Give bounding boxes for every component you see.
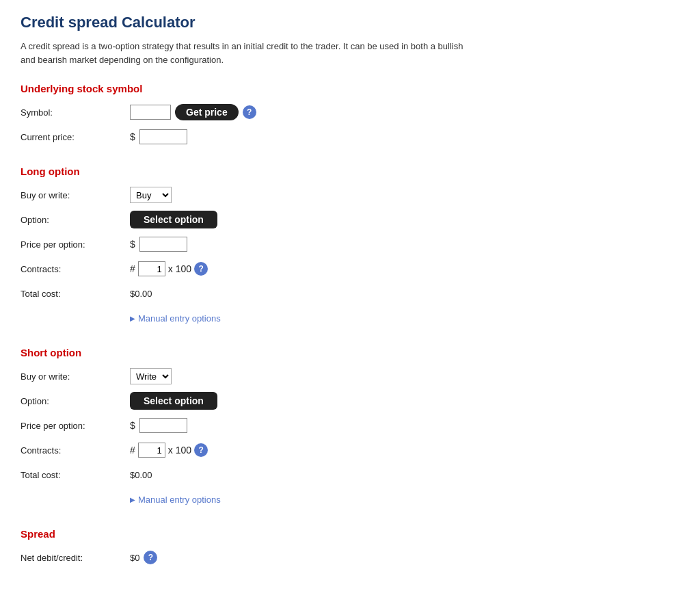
short-option-label: Option: <box>21 396 130 406</box>
long-contracts-help-icon[interactable]: ? <box>194 262 208 276</box>
short-option-section: Short option Buy or write: Buy Write Opt… <box>21 347 679 509</box>
symbol-value-group: Get price ? <box>130 104 256 120</box>
short-manual-entry-link[interactable]: Manual entry options <box>130 495 221 505</box>
short-price-label: Price per option: <box>21 421 130 431</box>
long-contracts-label: Contracts: <box>21 264 130 274</box>
symbol-input[interactable] <box>130 105 171 120</box>
long-manual-entry-link[interactable]: Manual entry options <box>130 313 221 324</box>
long-price-input[interactable] <box>139 237 187 252</box>
long-select-option-button[interactable]: Select option <box>130 211 217 228</box>
short-contracts-row: Contracts: # x 100 ? <box>21 441 679 460</box>
symbol-row: Symbol: Get price ? <box>21 103 679 122</box>
long-buy-write-row: Buy or write: Buy Write <box>21 185 679 205</box>
short-price-row: Price per option: $ <box>21 416 679 435</box>
short-total-cost-label: Total cost: <box>21 470 130 480</box>
page-title: Credit spread Calculator <box>21 14 679 31</box>
current-price-prefix: $ <box>130 131 135 142</box>
get-price-help-icon[interactable]: ? <box>243 105 256 119</box>
current-price-input[interactable] <box>139 129 187 144</box>
long-total-cost-row: Total cost: $0.00 <box>21 284 679 303</box>
short-price-input[interactable] <box>139 418 187 433</box>
spread-section: Spread Net debit/credit: $0 ? <box>21 528 679 567</box>
underlying-section-title: Underlying stock symbol <box>21 83 679 94</box>
long-contracts-suffix: x 100 <box>168 263 191 274</box>
short-buy-write-label: Buy or write: <box>21 371 130 382</box>
short-manual-entry-row: Manual entry options <box>21 490 679 509</box>
short-total-cost-value: $0.00 <box>130 470 152 480</box>
short-contracts-input[interactable] <box>138 443 165 458</box>
long-total-cost-value: $0.00 <box>130 289 152 299</box>
short-contracts-suffix: x 100 <box>168 445 191 456</box>
long-manual-entry-row: Manual entry options <box>21 308 679 328</box>
short-option-row: Option: Select option <box>21 391 679 410</box>
long-price-row: Price per option: $ <box>21 235 679 254</box>
long-price-prefix: $ <box>130 239 135 250</box>
long-total-cost-label: Total cost: <box>21 289 130 299</box>
long-option-row: Option: Select option <box>21 210 679 229</box>
spread-section-title: Spread <box>21 528 679 540</box>
short-option-title: Short option <box>21 347 679 358</box>
short-contracts-label: Contracts: <box>21 445 130 456</box>
long-buy-write-select[interactable]: Buy Write <box>130 187 172 203</box>
current-price-label: Current price: <box>21 132 130 142</box>
long-option-label: Option: <box>21 215 130 225</box>
long-option-title: Long option <box>21 166 679 177</box>
page-description: A credit spread is a two-option strategy… <box>21 40 472 66</box>
short-buy-write-select[interactable]: Buy Write <box>130 368 172 384</box>
short-buy-write-row: Buy or write: Buy Write <box>21 367 679 386</box>
symbol-label: Symbol: <box>21 107 130 118</box>
short-select-option-button[interactable]: Select option <box>130 392 217 410</box>
long-price-label: Price per option: <box>21 239 130 250</box>
short-price-prefix: $ <box>130 420 135 431</box>
underlying-section: Underlying stock symbol Symbol: Get pric… <box>21 83 679 146</box>
get-price-button[interactable]: Get price <box>175 104 239 120</box>
net-debit-value: $0 <box>130 553 139 563</box>
long-contracts-prefix: # <box>130 263 135 274</box>
long-contracts-row: Contracts: # x 100 ? <box>21 259 679 278</box>
net-debit-label: Net debit/credit: <box>21 553 130 563</box>
short-contracts-help-icon[interactable]: ? <box>194 443 208 457</box>
long-buy-write-label: Buy or write: <box>21 190 130 200</box>
net-debit-row: Net debit/credit: $0 ? <box>21 548 679 567</box>
long-contracts-input[interactable] <box>138 261 165 276</box>
net-debit-help-icon[interactable]: ? <box>144 551 157 564</box>
short-total-cost-row: Total cost: $0.00 <box>21 465 679 484</box>
long-option-section: Long option Buy or write: Buy Write Opti… <box>21 166 679 328</box>
current-price-value-group: $ <box>130 129 187 144</box>
current-price-row: Current price: $ <box>21 127 679 146</box>
short-contracts-prefix: # <box>130 445 135 456</box>
